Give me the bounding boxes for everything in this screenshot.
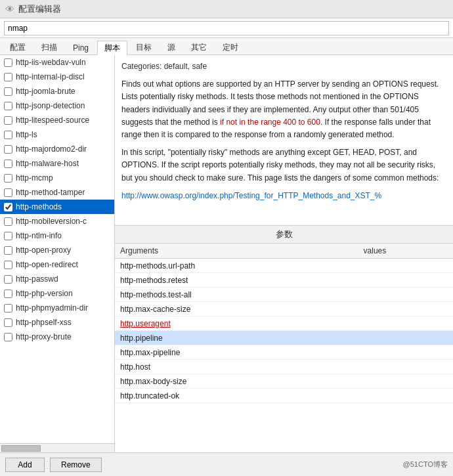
col-arguments: Arguments — [115, 244, 358, 259]
script-list[interactable]: http-iis-webdav-vulnhttp-internal-ip-dis… — [0, 55, 114, 443]
table-row[interactable]: http-methods.test-all — [115, 288, 453, 302]
tab-script[interactable]: 脚本 — [97, 41, 127, 55]
script-list-item[interactable]: http-joomla-brute — [0, 84, 114, 98]
script-list-item[interactable]: http-open-redirect — [0, 257, 114, 272]
script-name-label: http-joomla-brute — [16, 87, 76, 96]
param-argument: http-methods.retest — [115, 273, 358, 288]
script-list-item[interactable]: http-jsonp-detection — [0, 98, 114, 113]
script-name-label: http-malware-host — [16, 159, 79, 168]
param-value — [358, 302, 453, 316]
script-name-label: http-php-version — [16, 289, 73, 298]
script-list-item[interactable]: http-php-version — [0, 286, 114, 301]
script-checkbox[interactable] — [4, 203, 12, 211]
title-text: 配置编辑器 — [18, 3, 61, 15]
script-checkbox[interactable] — [4, 333, 12, 341]
script-name-label: http-method-tamper — [16, 188, 85, 197]
params-header: 参数 — [115, 226, 453, 244]
script-list-item[interactable]: http-internal-ip-discl — [0, 70, 114, 84]
script-checkbox[interactable] — [4, 174, 12, 183]
script-list-item[interactable]: http-mobileversion-c — [0, 214, 114, 228]
script-checkbox[interactable] — [4, 116, 12, 125]
search-input[interactable] — [4, 21, 449, 35]
script-list-item[interactable]: http-phpmyadmin-dir — [0, 301, 114, 315]
eye-icon: 👁 — [5, 4, 14, 14]
script-list-item[interactable]: http-passwd — [0, 272, 114, 286]
param-value — [358, 360, 453, 374]
remove-button[interactable]: Remove — [50, 458, 102, 472]
add-button[interactable]: Add — [5, 458, 45, 472]
script-checkbox[interactable] — [4, 87, 12, 96]
script-list-item[interactable]: http-iis-webdav-vuln — [0, 55, 114, 70]
text-red-1: if not in the range 400 to 600. — [220, 118, 322, 127]
tab-config[interactable]: 配置 — [3, 40, 33, 54]
param-argument: http.max-body-size — [115, 374, 358, 389]
script-name-label: http-ls — [16, 130, 37, 139]
param-argument: http.useragent — [115, 316, 358, 331]
script-checkbox[interactable] — [4, 160, 12, 168]
script-name-label: http-ntlm-info — [16, 231, 62, 240]
script-checkbox[interactable] — [4, 145, 12, 154]
script-checkbox[interactable] — [4, 246, 12, 255]
param-argument: http.truncated-ok — [115, 389, 358, 403]
script-checkbox[interactable] — [4, 290, 12, 298]
tab-ping[interactable]: Ping — [66, 40, 96, 54]
table-row[interactable]: http.max-body-size — [115, 374, 453, 389]
script-name-label: http-open-redirect — [16, 260, 78, 269]
script-list-item[interactable]: http-litespeed-source — [0, 113, 114, 127]
script-checkbox[interactable] — [4, 261, 12, 269]
script-list-item[interactable]: http-majordomo2-dir — [0, 142, 114, 156]
script-name-label: http-mcmp — [16, 173, 53, 183]
table-row[interactable]: http.truncated-ok — [115, 389, 453, 403]
table-row[interactable]: http-methods.url-path — [115, 259, 453, 273]
param-value — [358, 288, 453, 302]
params-section: 参数 Arguments values http-methods.url-pat… — [115, 226, 453, 452]
script-checkbox[interactable] — [4, 217, 12, 226]
script-name-label: http-phpself-xss — [16, 318, 72, 327]
script-list-item[interactable]: http-open-proxy — [0, 243, 114, 257]
table-row[interactable]: http.max-cache-size — [115, 302, 453, 316]
script-checkbox[interactable] — [4, 318, 12, 327]
script-list-item[interactable]: http-ls — [0, 127, 114, 142]
script-list-item[interactable]: http-mcmp — [0, 171, 114, 185]
script-list-item[interactable]: http-phpself-xss — [0, 315, 114, 330]
script-checkbox[interactable] — [4, 58, 12, 67]
table-row[interactable]: http.pipeline — [115, 331, 453, 345]
tab-timing[interactable]: 定时 — [215, 40, 246, 54]
script-checkbox[interactable] — [4, 275, 12, 284]
desc-link[interactable]: http://www.owasp.org/index.php/Testing_f… — [121, 190, 446, 202]
param-argument: http-methods.test-all — [115, 288, 358, 302]
script-list-item[interactable]: http-malware-host — [0, 156, 114, 171]
param-value — [358, 345, 453, 360]
script-checkbox[interactable] — [4, 73, 12, 81]
script-name-label: http-majordomo2-dir — [16, 144, 87, 154]
tab-bar: 配置 扫描 Ping 脚本 目标 源 其它 定时 — [0, 38, 453, 55]
watermark: @51CTO博客 — [403, 460, 448, 469]
script-checkbox[interactable] — [4, 304, 12, 313]
param-value — [358, 374, 453, 389]
script-list-item[interactable]: http-proxy-brute — [0, 330, 114, 344]
script-name-label: http-internal-ip-discl — [16, 72, 85, 81]
tab-other[interactable]: 其它 — [184, 40, 214, 54]
table-row[interactable]: http-methods.retest — [115, 273, 453, 288]
desc-paragraph1: Finds out what options are supported by … — [121, 78, 446, 141]
script-list-item[interactable]: http-ntlm-info — [0, 228, 114, 243]
script-list-item[interactable]: http-method-tamper — [0, 185, 114, 200]
script-checkbox[interactable] — [4, 102, 12, 110]
script-checkbox[interactable] — [4, 188, 12, 197]
table-row[interactable]: http.useragent — [115, 316, 453, 331]
tab-target[interactable]: 目标 — [129, 40, 159, 54]
table-row[interactable]: http.max-pipeline — [115, 345, 453, 360]
params-table-container[interactable]: Arguments values http-methods.url-pathht… — [115, 244, 453, 452]
script-list-item[interactable]: http-methods — [0, 200, 114, 214]
horizontal-scrollbar[interactable] — [0, 443, 114, 452]
script-checkbox[interactable] — [4, 131, 12, 139]
hscroll-thumb[interactable] — [1, 445, 41, 452]
table-row[interactable]: http.host — [115, 360, 453, 374]
bottom-buttons: Add Remove — [5, 458, 102, 472]
col-values: values — [358, 244, 453, 259]
script-checkbox[interactable] — [4, 232, 12, 240]
tab-source[interactable]: 源 — [160, 40, 183, 54]
tab-scan[interactable]: 扫描 — [34, 40, 64, 54]
title-bar: 👁 配置编辑器 — [0, 0, 453, 18]
description-area: Categories: default, safe Finds out what… — [115, 55, 453, 226]
